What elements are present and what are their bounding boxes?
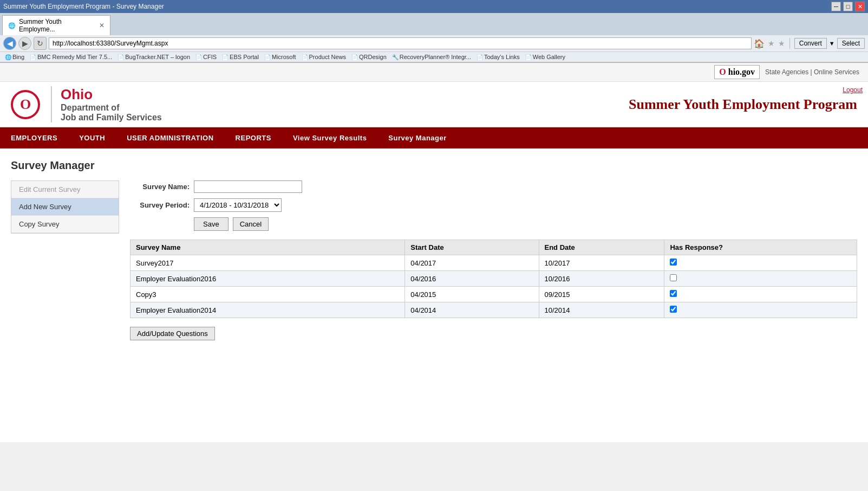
cell-survey-name: Copy3 bbox=[130, 287, 405, 302]
logout-link[interactable]: Logout bbox=[843, 86, 863, 94]
survey-period-label: Survey Period: bbox=[130, 201, 190, 209]
nav-reports[interactable]: REPORTS bbox=[225, 127, 282, 148]
tab-close-btn[interactable]: ✕ bbox=[99, 22, 105, 29]
has-response-checkbox[interactable] bbox=[670, 290, 677, 297]
add-update-questions-button[interactable]: Add/Update Questions bbox=[130, 327, 215, 340]
nav-view-survey-results[interactable]: View Survey Results bbox=[282, 127, 377, 148]
bookmark-bmc[interactable]: 📄 BMC Remedy Mid Tier 7.5... bbox=[28, 53, 114, 61]
ohio-circle-logo: O bbox=[11, 90, 40, 119]
nav-user-admin[interactable]: USER ADMINISTRATION bbox=[116, 127, 224, 148]
survey-name-input[interactable] bbox=[194, 180, 302, 193]
tab-favicon: 🌐 bbox=[8, 22, 16, 29]
col-end-date: End Date bbox=[539, 240, 664, 255]
tab-label: Summer Youth Employme... bbox=[19, 18, 96, 33]
cell-survey-name: Employer Evaluation2014 bbox=[130, 302, 405, 318]
cell-start-date: 04/2017 bbox=[405, 255, 539, 271]
dept-name: Ohio bbox=[61, 86, 162, 103]
survey-table: Survey Name Start Date End Date Has Resp… bbox=[130, 240, 857, 318]
bookmark-ebs[interactable]: 📄 EBS Portal bbox=[220, 53, 260, 61]
address-bar[interactable] bbox=[49, 37, 752, 49]
bookmark-web-gallery[interactable]: 📄 Web Gallery bbox=[524, 53, 567, 61]
nav-youth[interactable]: YOUTH bbox=[68, 127, 116, 148]
cell-has-response bbox=[664, 255, 857, 271]
cell-start-date: 04/2014 bbox=[405, 302, 539, 318]
cell-end-date: 10/2014 bbox=[539, 302, 664, 318]
has-response-checkbox[interactable] bbox=[670, 306, 677, 313]
ohio-gov-badge: O hio.gov bbox=[714, 65, 760, 79]
dept-name-block: Ohio Department of Job and Family Servic… bbox=[51, 86, 162, 122]
form-area: Survey Name: Survey Period: 4/1/2018 - 1… bbox=[130, 180, 857, 340]
main-content: Survey Manager Edit Current Survey Add N… bbox=[0, 148, 868, 351]
favorites-star2[interactable]: ★ bbox=[778, 39, 785, 48]
forward-button[interactable]: ▶ bbox=[18, 37, 31, 50]
browser-tab[interactable]: 🌐 Summer Youth Employme... ✕ bbox=[2, 15, 110, 35]
cell-survey-name: Employer Evaluation2016 bbox=[130, 271, 405, 287]
dept-line2: Job and Family Services bbox=[61, 113, 162, 122]
bookmark-todays-links[interactable]: 📄 Today's Links bbox=[475, 53, 521, 61]
survey-name-row: Survey Name: bbox=[130, 180, 857, 193]
page-title: Survey Manager bbox=[11, 159, 857, 172]
cell-has-response bbox=[664, 287, 857, 302]
sidebar-menu: Edit Current Survey Add New Survey Copy … bbox=[11, 180, 119, 234]
cell-has-response bbox=[664, 271, 857, 287]
ohio-gov-bar: O hio.gov State Agencies | Online Servic… bbox=[0, 63, 868, 82]
survey-name-label: Survey Name: bbox=[130, 183, 190, 191]
state-agencies-links: State Agencies | Online Services bbox=[765, 68, 859, 76]
table-row[interactable]: Copy304/201509/2015 bbox=[130, 287, 857, 302]
has-response-checkbox[interactable] bbox=[670, 259, 677, 266]
refresh-button[interactable]: ↻ bbox=[34, 37, 47, 50]
home-button[interactable]: 🏠 bbox=[754, 38, 765, 49]
favorites-star[interactable]: ★ bbox=[768, 39, 775, 48]
cancel-button[interactable]: Cancel bbox=[233, 217, 269, 231]
col-survey-name: Survey Name bbox=[130, 240, 405, 255]
sidebar-copy-survey[interactable]: Copy Survey bbox=[11, 216, 119, 233]
sidebar: Edit Current Survey Add New Survey Copy … bbox=[11, 180, 119, 340]
cell-end-date: 10/2017 bbox=[539, 255, 664, 271]
dept-line1: Department of bbox=[61, 103, 162, 113]
form-buttons: Save Cancel bbox=[194, 217, 857, 231]
ohio-gov-o: O bbox=[719, 67, 726, 77]
cell-end-date: 09/2015 bbox=[539, 287, 664, 302]
bookmark-microsoft[interactable]: 📄 Microsoft bbox=[263, 53, 298, 61]
main-navigation: EMPLOYERS YOUTH USER ADMINISTRATION REPO… bbox=[0, 127, 868, 148]
close-btn[interactable]: ✕ bbox=[855, 2, 865, 11]
bookmark-cfis[interactable]: 📄 CFIS bbox=[194, 53, 218, 61]
convert-button[interactable]: Convert bbox=[794, 38, 827, 49]
bookmark-qrdesign[interactable]: 📄 QRDesign bbox=[350, 53, 388, 61]
cell-start-date: 04/2016 bbox=[405, 271, 539, 287]
survey-period-select[interactable]: 4/1/2018 - 10/31/2018 bbox=[194, 198, 282, 212]
select-button[interactable]: Select bbox=[837, 38, 865, 49]
logo-area: O Ohio Department of Job and Family Serv… bbox=[11, 86, 162, 122]
bookmark-bing[interactable]: 🌐 Bing bbox=[3, 53, 26, 61]
site-header: O Ohio Department of Job and Family Serv… bbox=[0, 82, 868, 127]
cell-end-date: 10/2016 bbox=[539, 271, 664, 287]
minimize-btn[interactable]: ─ bbox=[831, 2, 841, 11]
table-row[interactable]: Employer Evaluation201404/201410/2014 bbox=[130, 302, 857, 318]
restore-btn[interactable]: □ bbox=[843, 2, 853, 11]
ohio-gov-text: hio.gov bbox=[728, 67, 755, 77]
nav-survey-manager[interactable]: Survey Manager bbox=[377, 127, 457, 148]
col-start-date: Start Date bbox=[405, 240, 539, 255]
bookmark-recoveryplanner[interactable]: 🔧 RecoveryPlanner® Integr... bbox=[390, 53, 473, 61]
content-layout: Edit Current Survey Add New Survey Copy … bbox=[11, 180, 857, 340]
cell-survey-name: Survey2017 bbox=[130, 255, 405, 271]
bookmark-product-news[interactable]: 📄 Product News bbox=[300, 53, 348, 61]
table-row[interactable]: Employer Evaluation201604/201610/2016 bbox=[130, 271, 857, 287]
nav-employers[interactable]: EMPLOYERS bbox=[0, 127, 68, 148]
sidebar-add-new-survey[interactable]: Add New Survey bbox=[11, 198, 119, 216]
bookmark-bugtracker[interactable]: 📄 BugTracker.NET – logon bbox=[116, 53, 192, 61]
survey-period-row: Survey Period: 4/1/2018 - 10/31/2018 bbox=[130, 198, 857, 212]
col-has-response: Has Response? bbox=[664, 240, 857, 255]
table-row[interactable]: Survey201704/201710/2017 bbox=[130, 255, 857, 271]
cell-has-response bbox=[664, 302, 857, 318]
has-response-checkbox[interactable] bbox=[670, 274, 677, 281]
sidebar-edit-current-survey[interactable]: Edit Current Survey bbox=[11, 181, 119, 198]
save-button[interactable]: Save bbox=[194, 217, 229, 231]
bookmarks-bar: 🌐 Bing 📄 BMC Remedy Mid Tier 7.5... 📄 Bu… bbox=[0, 52, 868, 62]
back-button[interactable]: ◀ bbox=[3, 37, 16, 50]
program-title: Summer Youth Employment Program bbox=[629, 96, 857, 113]
window-title: Summer Youth Employment Program - Survey… bbox=[3, 3, 829, 10]
bookmark-product-news-label: Product News bbox=[309, 54, 346, 60]
cell-start-date: 04/2015 bbox=[405, 287, 539, 302]
